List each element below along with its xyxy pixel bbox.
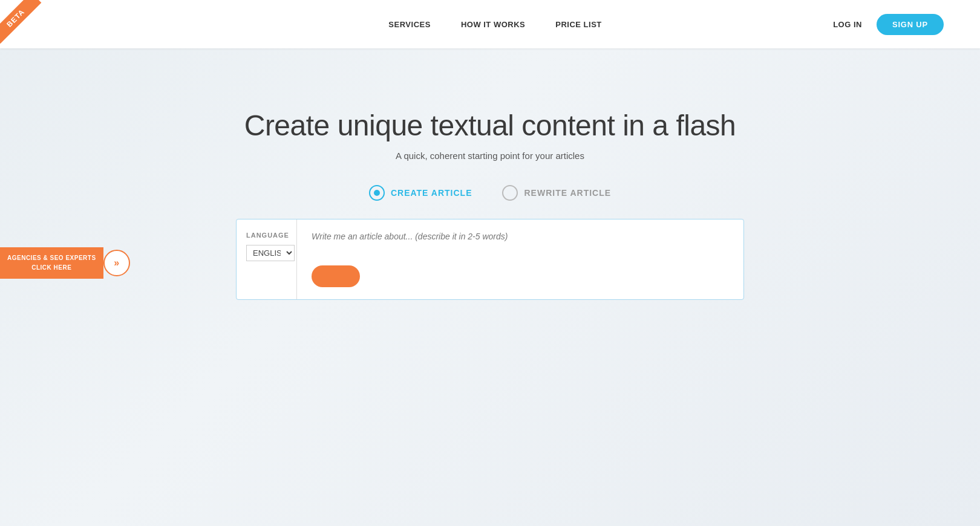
side-tab[interactable]: AGENCIES & SEO EXPERTS CLICK HERE »	[0, 247, 130, 279]
login-button[interactable]: LOG IN	[833, 20, 862, 29]
create-article-label: CREATE ARTICLE	[391, 188, 472, 198]
nav-how-it-works[interactable]: HOW IT WORKS	[461, 20, 525, 29]
rewrite-article-option[interactable]: REWRITE ARTICLE	[502, 185, 611, 201]
create-article-option[interactable]: CREATE ARTICLE	[369, 185, 472, 201]
hero-subtitle: A quick, coherent starting point for you…	[396, 151, 584, 161]
nav-right: LOG IN SIGN UP	[833, 14, 944, 35]
input-panel	[297, 219, 743, 299]
language-panel: LANGUAGE ENGLISH	[237, 219, 297, 299]
create-article-radio[interactable]	[369, 185, 385, 201]
article-topic-input[interactable]	[312, 232, 729, 256]
rewrite-article-label: REWRITE ARTICLE	[524, 188, 611, 198]
article-creation-card: LANGUAGE ENGLISH	[236, 219, 744, 300]
hero-section: Create unique textual content in a flash…	[0, 48, 980, 300]
side-tab-arrow-icon[interactable]: »	[103, 250, 130, 276]
beta-label: BETA	[0, 0, 41, 44]
nav-center: SERVICES HOW IT WORKS PRICE LIST	[388, 20, 601, 29]
article-mode-options: CREATE ARTICLE REWRITE ARTICLE	[369, 185, 611, 201]
language-select[interactable]: ENGLISH	[246, 245, 295, 261]
rewrite-article-radio[interactable]	[502, 185, 518, 201]
nav-price-list[interactable]: PRICE LIST	[555, 20, 602, 29]
side-tab-text: AGENCIES & SEO EXPERTS CLICK HERE	[0, 247, 103, 279]
side-tab-line1: AGENCIES & SEO EXPERTS	[7, 253, 96, 263]
nav-services[interactable]: SERVICES	[388, 20, 431, 29]
hero-title: Create unique textual content in a flash	[244, 109, 736, 142]
navbar: SERVICES HOW IT WORKS PRICE LIST LOG IN …	[0, 0, 980, 48]
generate-button[interactable]	[312, 265, 360, 287]
signup-button[interactable]: SIGN UP	[877, 14, 944, 35]
side-tab-line2: CLICK HERE	[7, 263, 96, 273]
beta-ribbon: BETA	[0, 0, 48, 48]
language-panel-label: LANGUAGE	[246, 232, 287, 239]
